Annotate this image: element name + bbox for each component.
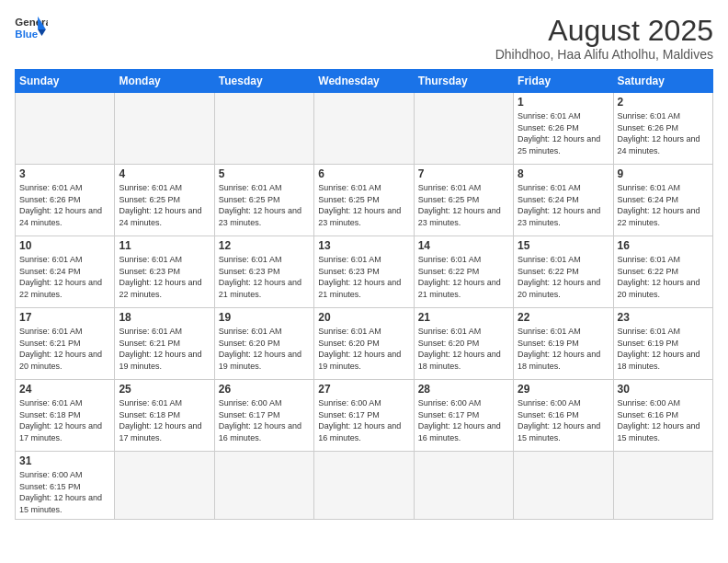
calendar-day: 16Sunrise: 6:01 AM Sunset: 6:22 PM Dayli… — [613, 236, 712, 308]
day-number: 10 — [19, 239, 110, 252]
day-info: Sunrise: 6:00 AM Sunset: 6:16 PM Dayligh… — [618, 397, 709, 443]
calendar-day: 1Sunrise: 6:01 AM Sunset: 6:26 PM Daylig… — [514, 93, 613, 165]
calendar-day: 29Sunrise: 6:00 AM Sunset: 6:16 PM Dayli… — [514, 380, 613, 452]
calendar-day: 17Sunrise: 6:01 AM Sunset: 6:21 PM Dayli… — [16, 308, 115, 380]
calendar-day — [414, 93, 513, 165]
calendar-day: 8Sunrise: 6:01 AM Sunset: 6:24 PM Daylig… — [514, 165, 613, 236]
calendar-day: 3Sunrise: 6:01 AM Sunset: 6:26 PM Daylig… — [16, 165, 115, 236]
day-number: 14 — [418, 239, 509, 252]
day-number: 8 — [518, 167, 609, 180]
day-info: Sunrise: 6:01 AM Sunset: 6:22 PM Dayligh… — [518, 254, 609, 300]
calendar-day — [314, 452, 414, 519]
calendar-week-4: 17Sunrise: 6:01 AM Sunset: 6:21 PM Dayli… — [16, 308, 713, 380]
weekday-header-monday: Monday — [115, 70, 214, 93]
day-info: Sunrise: 6:01 AM Sunset: 6:18 PM Dayligh… — [19, 397, 110, 443]
calendar-day: 26Sunrise: 6:00 AM Sunset: 6:17 PM Dayli… — [214, 380, 313, 452]
calendar-week-6: 31Sunrise: 6:00 AM Sunset: 6:15 PM Dayli… — [16, 452, 713, 519]
calendar-day: 5Sunrise: 6:01 AM Sunset: 6:25 PM Daylig… — [214, 165, 313, 236]
calendar-day: 15Sunrise: 6:01 AM Sunset: 6:22 PM Dayli… — [514, 236, 613, 308]
day-info: Sunrise: 6:01 AM Sunset: 6:25 PM Dayligh… — [119, 182, 210, 228]
day-info: Sunrise: 6:01 AM Sunset: 6:19 PM Dayligh… — [518, 326, 609, 372]
calendar-day: 14Sunrise: 6:01 AM Sunset: 6:22 PM Dayli… — [414, 236, 513, 308]
day-number: 29 — [518, 383, 609, 396]
day-number: 26 — [219, 383, 310, 396]
calendar-subtitle: Dhihdhoo, Haa Alifu Atholhu, Maldives — [495, 47, 713, 62]
weekday-header-friday: Friday — [514, 70, 613, 93]
calendar-day — [115, 93, 214, 165]
calendar-title: August 2025 — [495, 15, 713, 47]
day-number: 4 — [119, 167, 210, 180]
day-info: Sunrise: 6:00 AM Sunset: 6:16 PM Dayligh… — [518, 397, 609, 443]
day-number: 5 — [219, 167, 310, 180]
day-number: 9 — [618, 167, 709, 180]
calendar-day: 24Sunrise: 6:01 AM Sunset: 6:18 PM Dayli… — [16, 380, 115, 452]
day-info: Sunrise: 6:01 AM Sunset: 6:20 PM Dayligh… — [318, 326, 409, 372]
day-number: 11 — [119, 239, 210, 252]
calendar-day: 20Sunrise: 6:01 AM Sunset: 6:20 PM Dayli… — [314, 308, 414, 380]
day-number: 7 — [418, 167, 509, 180]
calendar-week-3: 10Sunrise: 6:01 AM Sunset: 6:24 PM Dayli… — [16, 236, 713, 308]
day-info: Sunrise: 6:01 AM Sunset: 6:26 PM Dayligh… — [618, 110, 709, 156]
day-info: Sunrise: 6:01 AM Sunset: 6:26 PM Dayligh… — [518, 110, 609, 156]
day-info: Sunrise: 6:01 AM Sunset: 6:25 PM Dayligh… — [219, 182, 310, 228]
calendar-day: 13Sunrise: 6:01 AM Sunset: 6:23 PM Dayli… — [314, 236, 414, 308]
calendar-day: 7Sunrise: 6:01 AM Sunset: 6:25 PM Daylig… — [414, 165, 513, 236]
day-info: Sunrise: 6:00 AM Sunset: 6:17 PM Dayligh… — [418, 397, 509, 443]
page-header: General Blue August 2025 Dhihdhoo, Haa A… — [15, 15, 713, 62]
day-info: Sunrise: 6:01 AM Sunset: 6:26 PM Dayligh… — [19, 182, 110, 228]
day-info: Sunrise: 6:01 AM Sunset: 6:21 PM Dayligh… — [19, 326, 110, 372]
calendar-day — [514, 452, 613, 519]
calendar-day — [613, 452, 712, 519]
calendar-day: 28Sunrise: 6:00 AM Sunset: 6:17 PM Dayli… — [414, 380, 513, 452]
weekday-header-row: SundayMondayTuesdayWednesdayThursdayFrid… — [16, 70, 713, 93]
calendar-week-1: 1Sunrise: 6:01 AM Sunset: 6:26 PM Daylig… — [16, 93, 713, 165]
weekday-header-thursday: Thursday — [414, 70, 513, 93]
day-info: Sunrise: 6:01 AM Sunset: 6:23 PM Dayligh… — [119, 254, 210, 300]
day-info: Sunrise: 6:00 AM Sunset: 6:17 PM Dayligh… — [318, 397, 409, 443]
weekday-header-tuesday: Tuesday — [214, 70, 313, 93]
day-number: 23 — [618, 311, 709, 324]
calendar-day: 11Sunrise: 6:01 AM Sunset: 6:23 PM Dayli… — [115, 236, 214, 308]
day-number: 28 — [418, 383, 509, 396]
title-block: August 2025 Dhihdhoo, Haa Alifu Atholhu,… — [495, 15, 713, 62]
calendar-day: 30Sunrise: 6:00 AM Sunset: 6:16 PM Dayli… — [613, 380, 712, 452]
calendar-day: 12Sunrise: 6:01 AM Sunset: 6:23 PM Dayli… — [214, 236, 313, 308]
calendar-week-2: 3Sunrise: 6:01 AM Sunset: 6:26 PM Daylig… — [16, 165, 713, 236]
day-info: Sunrise: 6:01 AM Sunset: 6:24 PM Dayligh… — [618, 182, 709, 228]
calendar-day: 25Sunrise: 6:01 AM Sunset: 6:18 PM Dayli… — [115, 380, 214, 452]
calendar-day — [16, 93, 115, 165]
day-info: Sunrise: 6:00 AM Sunset: 6:17 PM Dayligh… — [219, 397, 310, 443]
weekday-header-wednesday: Wednesday — [314, 70, 414, 93]
day-number: 19 — [219, 311, 310, 324]
day-number: 27 — [318, 383, 409, 396]
calendar-day: 4Sunrise: 6:01 AM Sunset: 6:25 PM Daylig… — [115, 165, 214, 236]
day-info: Sunrise: 6:01 AM Sunset: 6:22 PM Dayligh… — [618, 254, 709, 300]
day-info: Sunrise: 6:01 AM Sunset: 6:20 PM Dayligh… — [418, 326, 509, 372]
calendar-day: 6Sunrise: 6:01 AM Sunset: 6:25 PM Daylig… — [314, 165, 414, 236]
day-number: 25 — [119, 383, 210, 396]
day-number: 6 — [318, 167, 409, 180]
calendar-day: 19Sunrise: 6:01 AM Sunset: 6:20 PM Dayli… — [214, 308, 313, 380]
day-info: Sunrise: 6:01 AM Sunset: 6:23 PM Dayligh… — [219, 254, 310, 300]
calendar-day — [314, 93, 414, 165]
day-number: 3 — [19, 167, 110, 180]
day-info: Sunrise: 6:01 AM Sunset: 6:21 PM Dayligh… — [119, 326, 210, 372]
day-info: Sunrise: 6:01 AM Sunset: 6:19 PM Dayligh… — [618, 326, 709, 372]
calendar-day: 27Sunrise: 6:00 AM Sunset: 6:17 PM Dayli… — [314, 380, 414, 452]
svg-marker-3 — [38, 29, 46, 36]
day-info: Sunrise: 6:01 AM Sunset: 6:18 PM Dayligh… — [119, 397, 210, 443]
day-number: 22 — [518, 311, 609, 324]
day-number: 31 — [19, 454, 110, 467]
day-number: 13 — [318, 239, 409, 252]
calendar-day — [214, 452, 313, 519]
logo-icon: General Blue — [15, 15, 48, 42]
day-number: 30 — [618, 383, 709, 396]
svg-text:Blue: Blue — [15, 29, 38, 40]
day-info: Sunrise: 6:01 AM Sunset: 6:24 PM Dayligh… — [518, 182, 609, 228]
day-number: 18 — [119, 311, 210, 324]
calendar-day: 2Sunrise: 6:01 AM Sunset: 6:26 PM Daylig… — [613, 93, 712, 165]
weekday-header-sunday: Sunday — [16, 70, 115, 93]
day-number: 16 — [618, 239, 709, 252]
calendar-day — [115, 452, 214, 519]
day-info: Sunrise: 6:01 AM Sunset: 6:25 PM Dayligh… — [318, 182, 409, 228]
